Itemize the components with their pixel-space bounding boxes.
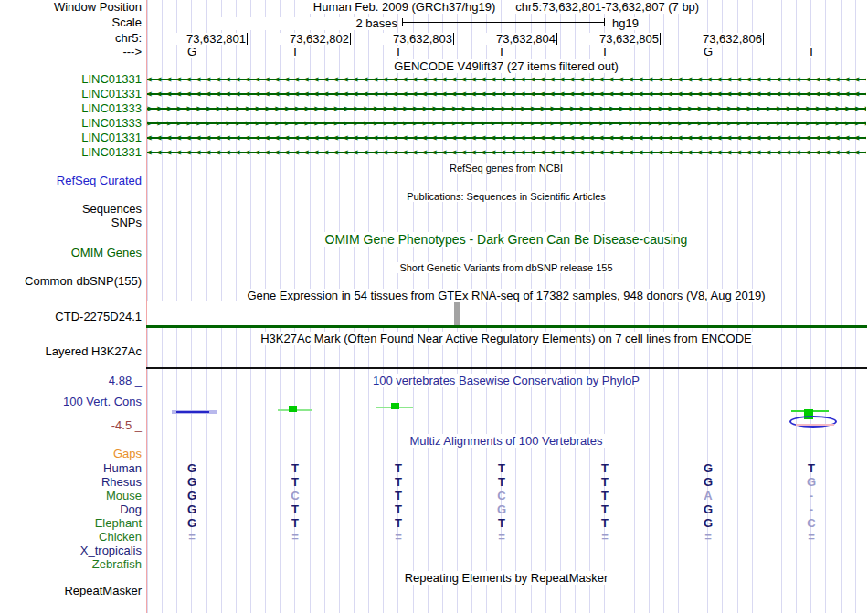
gene-transcript-minus-strand[interactable]: <<<<<<<<<<<<<<<<<<<<<<<<<<<<<<<<<<<<<<<<… [147,148,866,157]
gene-transcript-plus-strand[interactable]: >>>>>>>>>>>>>>>>>>>>>>>>>>>>>>>>>>>>>>>>… [147,119,866,128]
species-label-dog[interactable]: Dog [0,502,142,516]
alignment-base-elephant: G [187,516,196,530]
gene-label-linc01331[interactable]: LINC01331 [0,73,142,86]
gtex-gene-label[interactable]: CTD-2275D24.1 [0,311,142,323]
gene-label-linc01333[interactable]: LINC01333 [0,117,142,130]
layered-h3k27ac-label[interactable]: Layered H3K27Ac [0,345,142,358]
h3k27ac-track-title[interactable]: H3K27Ac Mark (Often Found Near Active Re… [146,333,866,345]
gene-transcript-minus-strand[interactable]: <<<<<<<<<<<<<<<<<<<<<<<<<<<<<<<<<<<<<<<<… [147,75,866,84]
species-label-x_tropicalis[interactable]: X_tropicalis [0,544,142,557]
conservation-track-label[interactable]: 100 Vert. Cons [0,396,142,408]
alignment-base-rhesus: G [187,475,196,489]
multiz-track-title[interactable]: Multiz Alignments of 100 Vertebrates [146,435,866,448]
chromosome-label: chr5: [0,32,142,45]
right-strand-arrows: >>>>>>>>>>>>>>>>>>>>>>>>>>>>>>>>>>>>>>>>… [147,104,866,113]
left-strand-arrows: <<<<<<<<<<<<<<<<<<<<<<<<<<<<<<<<<<<<<<<<… [147,90,866,99]
repeatmasker-track-title[interactable]: Repeating Elements by RepeatMasker [146,572,866,585]
dbsnp-track-title[interactable]: Short Genetic Variants from dbSNP releas… [146,261,866,274]
scale-ruler [402,18,605,26]
reference-base: T [496,46,507,58]
omim-track-title[interactable]: OMIM Gene Phenotypes - Dark Green Can Be… [146,233,866,246]
alignment-base-chicken: = [808,530,815,544]
conservation-track-title[interactable]: 100 vertebrates Basewise Conservation by… [146,375,866,387]
common-dbsnp-label[interactable]: Common dbSNP(155) [0,275,142,288]
phylop-pink-underline [796,424,834,426]
coordinate-tick: 73,632,804 [473,33,557,45]
reference-base: T [393,46,404,58]
strand-direction-label: ---> [0,46,142,58]
left-strand-arrows: <<<<<<<<<<<<<<<<<<<<<<<<<<<<<<<<<<<<<<<<… [147,133,866,143]
alignment-base-rhesus: T [395,475,402,489]
alignment-base-dog: - [810,502,813,516]
alignment-base-chicken: = [704,530,712,544]
alignment-base-rhesus: T [601,475,609,489]
alignment-base-mouse: G [187,489,196,502]
alignment-base-elephant: T [498,516,505,530]
coordinate-tick: 73,632,801 [164,33,248,45]
alignment-base-elephant: T [601,516,609,530]
gencode-track-title[interactable]: GENCODE V49lift37 (27 items filtered out… [146,60,866,73]
refseq-track-title[interactable]: RefSeq genes from NCBI [146,162,866,174]
alignment-base-rhesus: G [807,475,816,489]
sequences-label[interactable]: Sequences [0,203,142,216]
alignment-base-dog: T [601,502,609,516]
repeatmasker-label[interactable]: RepeatMasker [0,585,142,597]
coordinate-tick: 73,632,803 [370,33,454,45]
alignment-base-elephant: G [704,516,713,530]
alignment-base-human: T [808,461,815,475]
left-strand-arrows: <<<<<<<<<<<<<<<<<<<<<<<<<<<<<<<<<<<<<<<<… [147,75,866,84]
publications-track-title[interactable]: Publications: Sequences in Scientific Ar… [146,190,866,203]
species-label-rhesus[interactable]: Rhesus [0,475,142,489]
alignment-base-rhesus: T [291,475,299,489]
conservation-min-value: -4.5 _ [0,419,142,432]
gene-transcript-plus-strand[interactable]: >>>>>>>>>>>>>>>>>>>>>>>>>>>>>>>>>>>>>>>>… [147,104,866,113]
scale-assembly: hg19 [610,17,640,30]
species-label-mouse[interactable]: Mouse [0,489,142,502]
phylop-mark-base3 [391,403,399,409]
alignment-base-elephant: T [291,516,299,530]
gene-label-linc01331[interactable]: LINC01331 [0,88,142,100]
gtex-track-title[interactable]: Gene Expression in 54 tissues from GTEx … [146,290,866,302]
gene-label-linc01333[interactable]: LINC01333 [0,102,142,115]
reference-base: G [702,46,715,58]
alignment-base-human: T [498,461,505,475]
alignment-base-human: T [291,461,299,475]
conservation-max-value: 4.88 _ [0,375,142,387]
omim-genes-label[interactable]: OMIM Genes [0,247,142,259]
species-label-zebrafish[interactable]: Zebrafish [0,557,142,571]
snps-label[interactable]: SNPs [0,217,142,229]
reference-base: T [599,46,610,58]
genome-browser-image: Window Position Scale chr5: ---> Human F… [0,0,868,613]
scale-value: 2 bases [219,17,397,30]
reference-base: T [290,46,301,58]
gene-transcript-minus-strand[interactable]: <<<<<<<<<<<<<<<<<<<<<<<<<<<<<<<<<<<<<<<<… [147,133,866,143]
range-title: chr5:73,632,801-73,632,807 (7 bp) [512,0,703,14]
alignment-base-mouse: T [395,489,402,502]
species-label-human[interactable]: Human [0,461,142,475]
gtex-expression-bar[interactable] [454,302,460,326]
phylop-mark-base2 [289,406,297,412]
alignment-base-rhesus: G [704,475,713,489]
right-strand-arrows: >>>>>>>>>>>>>>>>>>>>>>>>>>>>>>>>>>>>>>>>… [147,119,866,128]
alignment-base-mouse: T [601,489,609,502]
alignment-base-mouse: A [704,489,712,502]
alignment-base-mouse: - [810,489,813,502]
alignment-base-chicken: = [498,530,505,544]
window-position-label: Window Position [0,1,142,14]
alignment-base-dog: G [704,502,713,516]
alignment-base-mouse: C [291,489,299,502]
refseq-curated-label[interactable]: RefSeq Curated [0,174,142,187]
species-label-chicken[interactable]: Chicken [0,530,142,544]
alignment-base-dog: G [187,502,196,516]
gene-label-linc01331[interactable]: LINC01331 [0,146,142,159]
alignment-base-elephant: C [807,516,815,530]
alignment-base-human: G [704,461,713,475]
alignment-base-chicken: = [188,530,196,544]
gaps-label[interactable]: Gaps [0,448,142,460]
alignment-base-dog: T [291,502,299,516]
alignment-base-elephant: T [395,516,402,530]
species-label-elephant[interactable]: Elephant [0,516,142,530]
gene-label-linc01331[interactable]: LINC01331 [0,132,142,144]
gene-transcript-minus-strand[interactable]: <<<<<<<<<<<<<<<<<<<<<<<<<<<<<<<<<<<<<<<<… [147,90,866,99]
gtex-gene-line[interactable] [146,325,867,328]
